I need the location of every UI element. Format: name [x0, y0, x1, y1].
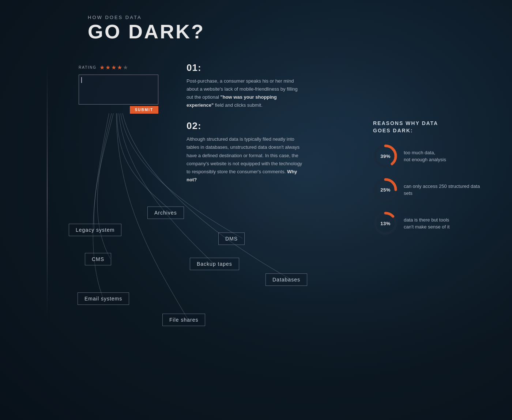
- system-email: Email systems: [78, 292, 129, 305]
- system-archives: Archives: [147, 207, 184, 219]
- system-dms: DMS: [218, 232, 245, 245]
- reason-3-text: data is there but toolscan't make sense …: [404, 216, 449, 231]
- donut-3: 13%: [373, 211, 398, 236]
- reason-2-text: can only access 250 structured data sets: [404, 183, 483, 197]
- vertical-line: [47, 64, 48, 320]
- system-databases: Databases: [266, 273, 307, 286]
- header: HOW DOES DATA GO DARK?: [88, 15, 205, 41]
- donut-3-percent: 13%: [380, 221, 391, 226]
- header-subtitle: HOW DOES DATA: [88, 15, 205, 20]
- system-fileshares: File shares: [162, 314, 205, 326]
- reason-1-text: too much data,not enough analysis: [404, 149, 446, 163]
- donut-1: 39%: [373, 144, 398, 169]
- step-2-number: 02:: [187, 120, 304, 132]
- rating-row: RATING ★ ★ ★ ★ ★: [79, 64, 158, 71]
- reasons-title: REASONS WHY DATAGOES DARK:: [373, 120, 483, 134]
- star-1[interactable]: ★: [99, 64, 105, 71]
- text-input-box[interactable]: [79, 75, 158, 105]
- reasons-panel: REASONS WHY DATAGOES DARK: 39% too much …: [373, 120, 483, 245]
- stars[interactable]: ★ ★ ★ ★ ★: [99, 64, 128, 71]
- system-cms: CMS: [85, 253, 111, 265]
- star-5[interactable]: ★: [123, 64, 128, 71]
- step-2: 02: Although structured data is typicall…: [187, 120, 304, 184]
- rating-label: RATING: [79, 65, 97, 69]
- step-1-text: Post-purchase, a consumer speaks his or …: [187, 77, 304, 109]
- header-title: GO DARK?: [88, 22, 205, 41]
- star-4[interactable]: ★: [117, 64, 122, 71]
- reason-3: 13% data is there but toolscan't make se…: [373, 211, 483, 236]
- reason-1: 39% too much data,not enough analysis: [373, 144, 483, 169]
- system-backup: Backup tapes: [190, 258, 239, 270]
- step-1-number: 01:: [187, 62, 304, 73]
- form-area: RATING ★ ★ ★ ★ ★ SUBMIT: [79, 64, 158, 114]
- system-legacy: Legacy system: [69, 224, 121, 236]
- star-2[interactable]: ★: [105, 64, 110, 71]
- donut-1-percent: 39%: [380, 154, 391, 159]
- donut-2-percent: 25%: [380, 187, 391, 193]
- step-2-text: Although structured data is typically fi…: [187, 135, 304, 184]
- star-3[interactable]: ★: [111, 64, 116, 71]
- donut-2: 25%: [373, 177, 398, 202]
- text-cursor: [81, 77, 82, 83]
- submit-button[interactable]: SUBMIT: [130, 106, 158, 114]
- steps-area: 01: Post-purchase, a consumer speaks his…: [187, 62, 304, 195]
- reason-2: 25% can only access 250 structured data …: [373, 177, 483, 202]
- step-1: 01: Post-purchase, a consumer speaks his…: [187, 62, 304, 109]
